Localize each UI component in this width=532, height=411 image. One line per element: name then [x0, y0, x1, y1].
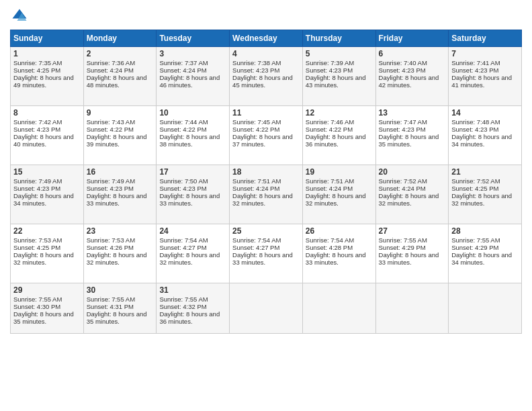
- calendar-cell: 13Sunrise: 7:47 AMSunset: 4:23 PMDayligh…: [375, 106, 449, 165]
- day-number: 31: [159, 285, 226, 295]
- sunset-label: Sunset: 4:30 PM: [13, 303, 60, 310]
- daylight-label: Daylight: 8 hours and 37 minutes.: [232, 133, 293, 148]
- daylight-label: Daylight: 8 hours and 41 minutes.: [451, 74, 512, 89]
- weekday-header: Friday: [375, 30, 449, 47]
- calendar-cell: 29Sunrise: 7:55 AMSunset: 4:30 PMDayligh…: [11, 283, 84, 334]
- sunrise-label: Sunrise: 7:53 AM: [13, 236, 62, 244]
- calendar-cell: 8Sunrise: 7:42 AMSunset: 4:23 PMDaylight…: [11, 106, 84, 165]
- day-number: 23: [87, 226, 154, 236]
- day-number: 2: [87, 49, 154, 58]
- day-number: 28: [451, 226, 519, 236]
- calendar-week-row: 29Sunrise: 7:55 AMSunset: 4:30 PMDayligh…: [11, 283, 522, 334]
- sunrise-label: Sunrise: 7:44 AM: [159, 118, 208, 126]
- daylight-label: Daylight: 8 hours and 38 minutes.: [159, 133, 220, 148]
- calendar-cell: 21Sunrise: 7:52 AMSunset: 4:25 PMDayligh…: [449, 165, 522, 224]
- sunrise-label: Sunrise: 7:55 AM: [13, 295, 62, 303]
- calendar-cell: 16Sunrise: 7:49 AMSunset: 4:23 PMDayligh…: [83, 165, 157, 224]
- daylight-label: Daylight: 8 hours and 33 minutes.: [159, 192, 220, 207]
- daylight-label: Daylight: 8 hours and 49 minutes.: [13, 74, 74, 89]
- day-number: 1: [13, 49, 81, 58]
- daylight-label: Daylight: 8 hours and 33 minutes.: [232, 251, 293, 266]
- calendar-week-row: 22Sunrise: 7:53 AMSunset: 4:25 PMDayligh…: [11, 224, 522, 283]
- sunset-label: Sunset: 4:27 PM: [159, 244, 206, 251]
- sunset-label: Sunset: 4:24 PM: [159, 66, 206, 74]
- calendar-table: SundayMondayTuesdayWednesdayThursdayFrid…: [10, 30, 522, 334]
- daylight-label: Daylight: 8 hours and 48 minutes.: [87, 74, 147, 89]
- sunrise-label: Sunrise: 7:47 AM: [379, 118, 427, 126]
- sunset-label: Sunset: 4:23 PM: [379, 66, 426, 74]
- calendar-cell: 4Sunrise: 7:38 AMSunset: 4:23 PMDaylight…: [230, 47, 303, 106]
- daylight-label: Daylight: 8 hours and 35 minutes.: [87, 310, 147, 325]
- sunrise-label: Sunrise: 7:55 AM: [87, 295, 135, 303]
- calendar-cell: [449, 283, 522, 334]
- sunset-label: Sunset: 4:25 PM: [13, 66, 60, 74]
- daylight-label: Daylight: 8 hours and 36 minutes.: [159, 310, 220, 325]
- daylight-label: Daylight: 8 hours and 45 minutes.: [232, 74, 293, 89]
- sunrise-label: Sunrise: 7:46 AM: [306, 118, 354, 126]
- daylight-label: Daylight: 8 hours and 35 minutes.: [379, 133, 439, 148]
- daylight-label: Daylight: 8 hours and 32 minutes.: [159, 251, 220, 266]
- daylight-label: Daylight: 8 hours and 32 minutes.: [451, 192, 512, 207]
- daylight-label: Daylight: 8 hours and 32 minutes.: [87, 251, 147, 266]
- sunset-label: Sunset: 4:23 PM: [451, 126, 498, 133]
- weekday-header: Sunday: [11, 30, 84, 47]
- sunrise-label: Sunrise: 7:52 AM: [379, 177, 427, 185]
- sunset-label: Sunset: 4:24 PM: [232, 185, 279, 192]
- sunset-label: Sunset: 4:29 PM: [451, 244, 498, 251]
- daylight-label: Daylight: 8 hours and 33 minutes.: [306, 251, 366, 266]
- calendar-cell: 28Sunrise: 7:55 AMSunset: 4:29 PMDayligh…: [449, 224, 522, 283]
- sunset-label: Sunset: 4:24 PM: [379, 185, 426, 192]
- sunrise-label: Sunrise: 7:43 AM: [87, 118, 135, 126]
- sunset-label: Sunset: 4:22 PM: [232, 126, 279, 133]
- daylight-label: Daylight: 8 hours and 32 minutes.: [306, 192, 366, 207]
- calendar-cell: 27Sunrise: 7:55 AMSunset: 4:29 PMDayligh…: [375, 224, 449, 283]
- sunset-label: Sunset: 4:22 PM: [159, 126, 206, 133]
- page: SundayMondayTuesdayWednesdayThursdayFrid…: [0, 0, 532, 411]
- sunrise-label: Sunrise: 7:55 AM: [159, 295, 208, 303]
- day-number: 15: [13, 167, 81, 177]
- sunrise-label: Sunrise: 7:55 AM: [451, 236, 500, 244]
- weekday-header: Wednesday: [230, 30, 303, 47]
- sunset-label: Sunset: 4:24 PM: [306, 185, 353, 192]
- daylight-label: Daylight: 8 hours and 33 minutes.: [379, 251, 439, 266]
- calendar-cell: 22Sunrise: 7:53 AMSunset: 4:25 PMDayligh…: [11, 224, 84, 283]
- day-number: 25: [232, 226, 300, 236]
- day-number: 6: [379, 49, 446, 58]
- calendar-cell: 6Sunrise: 7:40 AMSunset: 4:23 PMDaylight…: [375, 47, 449, 106]
- calendar-week-row: 1Sunrise: 7:35 AMSunset: 4:25 PMDaylight…: [11, 47, 522, 106]
- sunset-label: Sunset: 4:27 PM: [232, 244, 279, 251]
- daylight-label: Daylight: 8 hours and 35 minutes.: [13, 310, 74, 325]
- day-number: 10: [159, 108, 226, 118]
- calendar-cell: 12Sunrise: 7:46 AMSunset: 4:22 PMDayligh…: [302, 106, 375, 165]
- sunrise-label: Sunrise: 7:50 AM: [159, 177, 208, 185]
- sunset-label: Sunset: 4:23 PM: [87, 185, 134, 192]
- sunrise-label: Sunrise: 7:36 AM: [87, 59, 135, 66]
- day-number: 17: [159, 167, 226, 177]
- calendar-cell: 3Sunrise: 7:37 AMSunset: 4:24 PMDaylight…: [157, 47, 230, 106]
- day-number: 4: [232, 49, 300, 58]
- calendar-cell: [302, 283, 375, 334]
- daylight-label: Daylight: 8 hours and 39 minutes.: [87, 133, 147, 148]
- calendar-cell: 9Sunrise: 7:43 AMSunset: 4:22 PMDaylight…: [83, 106, 157, 165]
- sunrise-label: Sunrise: 7:45 AM: [232, 118, 281, 126]
- calendar-cell: 1Sunrise: 7:35 AMSunset: 4:25 PMDaylight…: [11, 47, 84, 106]
- day-number: 18: [232, 167, 300, 177]
- header: [10, 7, 522, 26]
- sunset-label: Sunset: 4:23 PM: [13, 126, 60, 133]
- calendar-cell: 25Sunrise: 7:54 AMSunset: 4:27 PMDayligh…: [230, 224, 303, 283]
- sunrise-label: Sunrise: 7:42 AM: [13, 118, 62, 126]
- sunset-label: Sunset: 4:24 PM: [87, 66, 134, 74]
- day-number: 24: [159, 226, 226, 236]
- day-number: 20: [379, 167, 446, 177]
- calendar-cell: 30Sunrise: 7:55 AMSunset: 4:31 PMDayligh…: [83, 283, 157, 334]
- day-number: 14: [451, 108, 519, 118]
- daylight-label: Daylight: 8 hours and 46 minutes.: [159, 74, 220, 89]
- sunset-label: Sunset: 4:32 PM: [159, 303, 206, 310]
- calendar-cell: 20Sunrise: 7:52 AMSunset: 4:24 PMDayligh…: [375, 165, 449, 224]
- calendar-cell: 24Sunrise: 7:54 AMSunset: 4:27 PMDayligh…: [157, 224, 230, 283]
- calendar-cell: [375, 283, 449, 334]
- sunset-label: Sunset: 4:23 PM: [13, 185, 60, 192]
- sunrise-label: Sunrise: 7:51 AM: [306, 177, 354, 185]
- daylight-label: Daylight: 8 hours and 34 minutes.: [451, 133, 512, 148]
- sunset-label: Sunset: 4:31 PM: [87, 303, 134, 310]
